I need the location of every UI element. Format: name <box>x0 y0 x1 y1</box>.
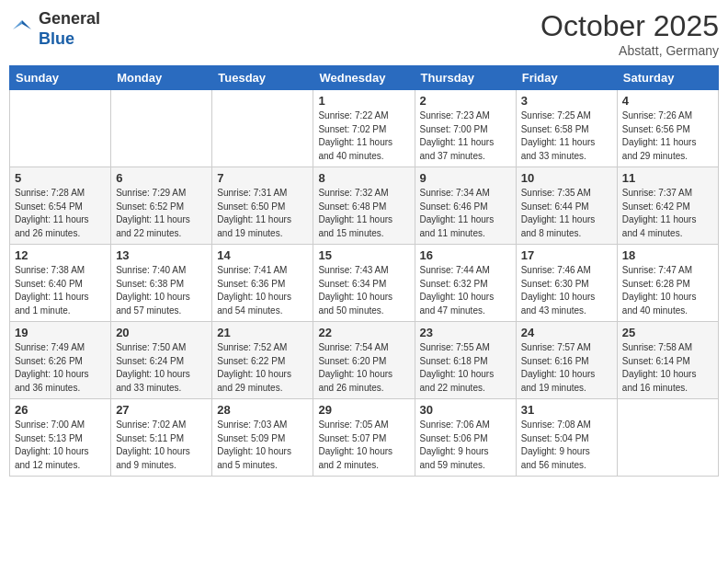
day-info: Sunrise: 7:28 AM Sunset: 6:54 PM Dayligh… <box>15 187 106 240</box>
calendar-day-cell: 9Sunrise: 7:34 AM Sunset: 6:46 PM Daylig… <box>415 167 516 245</box>
calendar-day-cell: 27Sunrise: 7:02 AM Sunset: 5:11 PM Dayli… <box>111 399 212 477</box>
calendar-day-cell: 10Sunrise: 7:35 AM Sunset: 6:44 PM Dayli… <box>516 167 617 245</box>
day-number: 5 <box>15 171 106 185</box>
calendar-day-cell: 1Sunrise: 7:22 AM Sunset: 7:02 PM Daylig… <box>313 90 415 167</box>
day-number: 26 <box>15 403 106 417</box>
calendar-day-cell: 25Sunrise: 7:58 AM Sunset: 6:14 PM Dayli… <box>617 322 718 399</box>
weekday-header: Thursday <box>415 66 516 90</box>
day-info: Sunrise: 7:44 AM Sunset: 6:32 PM Dayligh… <box>420 264 511 317</box>
day-number: 29 <box>318 403 409 417</box>
calendar-day-cell: 23Sunrise: 7:55 AM Sunset: 6:18 PM Dayli… <box>415 322 516 399</box>
day-info: Sunrise: 7:43 AM Sunset: 6:34 PM Dayligh… <box>318 264 409 317</box>
day-number: 28 <box>217 403 308 417</box>
calendar-day-cell: 18Sunrise: 7:47 AM Sunset: 6:28 PM Dayli… <box>617 245 718 322</box>
calendar-day-cell: 31Sunrise: 7:08 AM Sunset: 5:04 PM Dayli… <box>516 399 617 477</box>
calendar-week-row: 5Sunrise: 7:28 AM Sunset: 6:54 PM Daylig… <box>10 167 719 245</box>
day-info: Sunrise: 7:23 AM Sunset: 7:00 PM Dayligh… <box>420 109 511 163</box>
day-number: 10 <box>521 171 612 185</box>
svg-marker-0 <box>22 20 31 29</box>
calendar-day-cell: 15Sunrise: 7:43 AM Sunset: 6:34 PM Dayli… <box>313 245 415 322</box>
day-info: Sunrise: 7:22 AM Sunset: 7:02 PM Dayligh… <box>318 109 409 163</box>
day-info: Sunrise: 7:03 AM Sunset: 5:09 PM Dayligh… <box>217 419 308 472</box>
day-info: Sunrise: 7:35 AM Sunset: 6:44 PM Dayligh… <box>521 187 612 240</box>
day-number: 4 <box>622 94 713 108</box>
day-number: 22 <box>318 326 409 339</box>
calendar-day-cell <box>212 90 313 167</box>
day-number: 15 <box>318 248 409 262</box>
logo-icon <box>9 17 35 42</box>
day-number: 13 <box>116 248 207 262</box>
calendar-day-cell: 8Sunrise: 7:32 AM Sunset: 6:48 PM Daylig… <box>313 167 415 245</box>
day-info: Sunrise: 7:55 AM Sunset: 6:18 PM Dayligh… <box>420 341 511 395</box>
title-block: October 2025 Abstatt, Germany <box>540 9 719 58</box>
day-info: Sunrise: 7:25 AM Sunset: 6:58 PM Dayligh… <box>521 109 612 163</box>
day-number: 9 <box>420 171 511 185</box>
day-info: Sunrise: 7:05 AM Sunset: 5:07 PM Dayligh… <box>318 419 409 472</box>
day-info: Sunrise: 7:47 AM Sunset: 6:28 PM Dayligh… <box>622 264 713 317</box>
calendar-day-cell: 4Sunrise: 7:26 AM Sunset: 6:56 PM Daylig… <box>617 90 718 167</box>
calendar-day-cell: 29Sunrise: 7:05 AM Sunset: 5:07 PM Dayli… <box>313 399 415 477</box>
page-header: General Blue October 2025 Abstatt, Germa… <box>9 9 719 58</box>
logo-blue-text: Blue <box>39 29 74 48</box>
month-title: October 2025 <box>540 9 719 43</box>
day-info: Sunrise: 7:50 AM Sunset: 6:24 PM Dayligh… <box>116 341 207 395</box>
day-number: 27 <box>116 403 207 417</box>
calendar-week-row: 1Sunrise: 7:22 AM Sunset: 7:02 PM Daylig… <box>10 90 719 167</box>
calendar-day-cell <box>111 90 212 167</box>
day-info: Sunrise: 7:58 AM Sunset: 6:14 PM Dayligh… <box>622 341 713 395</box>
day-info: Sunrise: 7:40 AM Sunset: 6:38 PM Dayligh… <box>116 264 207 317</box>
day-info: Sunrise: 7:37 AM Sunset: 6:42 PM Dayligh… <box>622 187 713 240</box>
weekday-header: Tuesday <box>212 66 313 90</box>
day-number: 16 <box>420 248 511 262</box>
weekday-header-row: SundayMondayTuesdayWednesdayThursdayFrid… <box>10 66 719 90</box>
day-number: 18 <box>622 248 713 262</box>
weekday-header: Monday <box>111 66 212 90</box>
day-info: Sunrise: 7:06 AM Sunset: 5:06 PM Dayligh… <box>420 419 511 472</box>
calendar-day-cell: 11Sunrise: 7:37 AM Sunset: 6:42 PM Dayli… <box>617 167 718 245</box>
calendar-day-cell: 6Sunrise: 7:29 AM Sunset: 6:52 PM Daylig… <box>111 167 212 245</box>
day-info: Sunrise: 7:32 AM Sunset: 6:48 PM Dayligh… <box>318 187 409 240</box>
day-number: 7 <box>217 171 308 185</box>
weekday-header: Friday <box>516 66 617 90</box>
day-number: 19 <box>15 326 106 339</box>
weekday-header: Wednesday <box>313 66 415 90</box>
logo-text: General Blue <box>39 9 100 49</box>
day-number: 8 <box>318 171 409 185</box>
day-info: Sunrise: 7:49 AM Sunset: 6:26 PM Dayligh… <box>15 341 106 395</box>
day-number: 6 <box>116 171 207 185</box>
calendar-week-row: 26Sunrise: 7:00 AM Sunset: 5:13 PM Dayli… <box>10 399 719 477</box>
calendar-day-cell <box>10 90 111 167</box>
weekday-header: Saturday <box>617 66 718 90</box>
day-info: Sunrise: 7:31 AM Sunset: 6:50 PM Dayligh… <box>217 187 308 240</box>
day-info: Sunrise: 7:46 AM Sunset: 6:30 PM Dayligh… <box>521 264 612 317</box>
day-number: 14 <box>217 248 308 262</box>
calendar-day-cell: 21Sunrise: 7:52 AM Sunset: 6:22 PM Dayli… <box>212 322 313 399</box>
day-info: Sunrise: 7:52 AM Sunset: 6:22 PM Dayligh… <box>217 341 308 395</box>
calendar-day-cell: 14Sunrise: 7:41 AM Sunset: 6:36 PM Dayli… <box>212 245 313 322</box>
day-info: Sunrise: 7:57 AM Sunset: 6:16 PM Dayligh… <box>521 341 612 395</box>
calendar-day-cell: 5Sunrise: 7:28 AM Sunset: 6:54 PM Daylig… <box>10 167 111 245</box>
day-info: Sunrise: 7:54 AM Sunset: 6:20 PM Dayligh… <box>318 341 409 395</box>
calendar-day-cell: 30Sunrise: 7:06 AM Sunset: 5:06 PM Dayli… <box>415 399 516 477</box>
day-number: 23 <box>420 326 511 339</box>
calendar-day-cell: 20Sunrise: 7:50 AM Sunset: 6:24 PM Dayli… <box>111 322 212 399</box>
calendar-day-cell: 26Sunrise: 7:00 AM Sunset: 5:13 PM Dayli… <box>10 399 111 477</box>
calendar-day-cell: 12Sunrise: 7:38 AM Sunset: 6:40 PM Dayli… <box>10 245 111 322</box>
day-info: Sunrise: 7:29 AM Sunset: 6:52 PM Dayligh… <box>116 187 207 240</box>
calendar-day-cell: 3Sunrise: 7:25 AM Sunset: 6:58 PM Daylig… <box>516 90 617 167</box>
calendar-day-cell: 17Sunrise: 7:46 AM Sunset: 6:30 PM Dayli… <box>516 245 617 322</box>
day-number: 30 <box>420 403 511 417</box>
calendar-week-row: 19Sunrise: 7:49 AM Sunset: 6:26 PM Dayli… <box>10 322 719 399</box>
calendar-week-row: 12Sunrise: 7:38 AM Sunset: 6:40 PM Dayli… <box>10 245 719 322</box>
svg-marker-1 <box>13 20 22 29</box>
calendar-day-cell: 19Sunrise: 7:49 AM Sunset: 6:26 PM Dayli… <box>10 322 111 399</box>
day-number: 17 <box>521 248 612 262</box>
day-info: Sunrise: 7:00 AM Sunset: 5:13 PM Dayligh… <box>15 419 106 472</box>
day-number: 24 <box>521 326 612 339</box>
calendar-day-cell: 2Sunrise: 7:23 AM Sunset: 7:00 PM Daylig… <box>415 90 516 167</box>
logo: General Blue <box>9 9 100 49</box>
day-number: 2 <box>420 94 511 108</box>
day-number: 20 <box>116 326 207 339</box>
calendar-day-cell: 24Sunrise: 7:57 AM Sunset: 6:16 PM Dayli… <box>516 322 617 399</box>
day-info: Sunrise: 7:38 AM Sunset: 6:40 PM Dayligh… <box>15 264 106 317</box>
